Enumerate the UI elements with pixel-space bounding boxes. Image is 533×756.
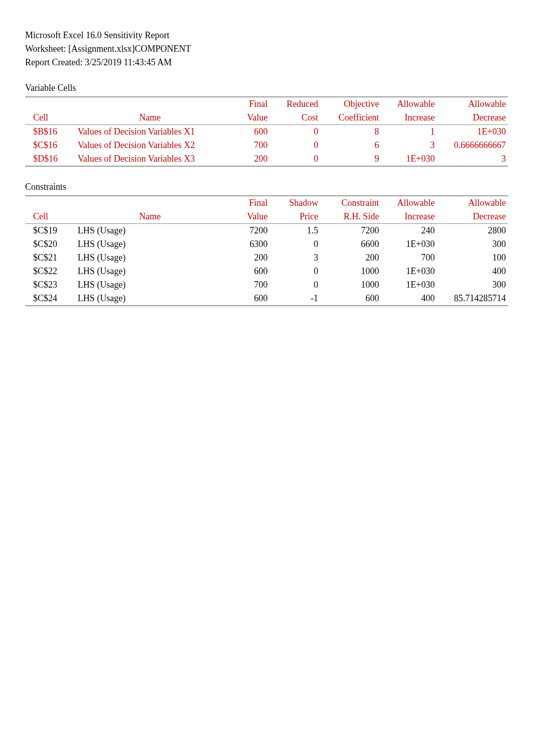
c-inc: 1E+030: [381, 265, 437, 278]
vc-final: 200: [224, 152, 270, 166]
vc-head-coeff: Coefficient: [320, 111, 381, 125]
vc-cell: $C$16: [25, 139, 76, 152]
constraints-table: Final Shadow Constraint Allowable Allowa…: [25, 195, 508, 306]
c-rhs: 7200: [320, 224, 381, 238]
c-dec: 2800: [437, 224, 508, 238]
vc-final: 600: [224, 125, 270, 139]
report-title: Microsoft Excel 16.0 Sensitivity Report: [25, 30, 508, 41]
vc-cell: $D$16: [25, 152, 76, 166]
c-shadow: -1: [270, 292, 320, 306]
c-rhs: 6600: [320, 237, 381, 251]
c-name: LHS (Usage): [76, 292, 224, 306]
c-cell: $C$24: [25, 292, 76, 306]
vc-head-allowable-inc: Allowable: [381, 97, 437, 111]
constraints-title: Constraints: [25, 182, 508, 192]
variable-cells-table: Final Reduced Objective Allowable Allowa…: [25, 96, 508, 167]
c-head-rhs: R.H. Side: [320, 210, 381, 224]
c-final: 200: [224, 251, 270, 265]
vc-head-increase: Increase: [381, 111, 437, 125]
c-head-increase: Increase: [381, 210, 437, 224]
c-rhs: 600: [320, 292, 381, 306]
c-head-price: Price: [270, 210, 320, 224]
c-inc: 400: [381, 292, 437, 306]
c-rhs: 200: [320, 251, 381, 265]
c-name: LHS (Usage): [76, 278, 224, 292]
c-dec: 300: [437, 237, 508, 251]
c-head-allowable-inc: Allowable: [381, 196, 437, 210]
vc-head-objective: Objective: [320, 97, 381, 111]
c-head-cell: Cell: [25, 210, 76, 224]
report-created: Report Created: 3/25/2019 11:43:45 AM: [25, 57, 508, 68]
vc-head-reduced: Reduced: [270, 97, 320, 111]
c-inc: 240: [381, 224, 437, 238]
c-shadow: 1.5: [270, 224, 320, 238]
c-shadow: 0: [270, 265, 320, 278]
vc-head-value: Value: [224, 111, 270, 125]
c-name: LHS (Usage): [76, 237, 224, 251]
vc-name: Values of Decision Variables X2: [76, 139, 224, 152]
c-final: 6300: [224, 237, 270, 251]
c-name: LHS (Usage): [76, 224, 224, 238]
c-dec: 300: [437, 278, 508, 292]
vc-inc: 3: [381, 139, 437, 152]
c-cell: $C$23: [25, 278, 76, 292]
worksheet-name: Worksheet: [Assignment.xlsx]COMPONENT: [25, 44, 508, 54]
c-inc: 1E+030: [381, 278, 437, 292]
c-final: 700: [224, 278, 270, 292]
c-final: 600: [224, 292, 270, 306]
variable-cells-title: Variable Cells: [25, 83, 508, 93]
c-rhs: 1000: [320, 265, 381, 278]
c-shadow: 3: [270, 251, 320, 265]
c-name: LHS (Usage): [76, 265, 224, 278]
vc-name: Values of Decision Variables X3: [76, 152, 224, 166]
c-head-value: Value: [224, 210, 270, 224]
c-head-constraint: Constraint: [320, 196, 381, 210]
c-head-name: Name: [76, 210, 224, 224]
c-final: 600: [224, 265, 270, 278]
c-final: 7200: [224, 224, 270, 238]
c-cell: $C$20: [25, 237, 76, 251]
vc-head-cost: Cost: [270, 111, 320, 125]
vc-dec: 0.6666666667: [437, 139, 508, 152]
vc-head-decrease: Decrease: [437, 111, 508, 125]
c-dec: 85.714285714: [437, 292, 508, 306]
vc-obj: 8: [320, 125, 381, 139]
c-shadow: 0: [270, 237, 320, 251]
c-shadow: 0: [270, 278, 320, 292]
c-inc: 1E+030: [381, 237, 437, 251]
vc-cell: $B$16: [25, 125, 76, 139]
vc-inc: 1: [381, 125, 437, 139]
c-inc: 700: [381, 251, 437, 265]
vc-head-final: Final: [224, 97, 270, 111]
vc-dec: 3: [437, 152, 508, 166]
c-dec: 100: [437, 251, 508, 265]
vc-reduced: 0: [270, 139, 320, 152]
c-name: LHS (Usage): [76, 251, 224, 265]
vc-obj: 9: [320, 152, 381, 166]
vc-head-name: Name: [76, 111, 224, 125]
c-cell: $C$22: [25, 265, 76, 278]
vc-name: Values of Decision Variables X1: [76, 125, 224, 139]
vc-head-allowable-dec: Allowable: [437, 97, 508, 111]
vc-final: 700: [224, 139, 270, 152]
c-rhs: 1000: [320, 278, 381, 292]
vc-dec: 1E+030: [437, 125, 508, 139]
c-dec: 400: [437, 265, 508, 278]
vc-reduced: 0: [270, 152, 320, 166]
vc-head-cell: Cell: [25, 111, 76, 125]
vc-inc: 1E+030: [381, 152, 437, 166]
vc-reduced: 0: [270, 125, 320, 139]
c-head-shadow: Shadow: [270, 196, 320, 210]
vc-obj: 6: [320, 139, 381, 152]
c-cell: $C$19: [25, 224, 76, 238]
c-head-final: Final: [224, 196, 270, 210]
c-head-decrease: Decrease: [437, 210, 508, 224]
c-head-allowable-dec: Allowable: [437, 196, 508, 210]
c-cell: $C$21: [25, 251, 76, 265]
